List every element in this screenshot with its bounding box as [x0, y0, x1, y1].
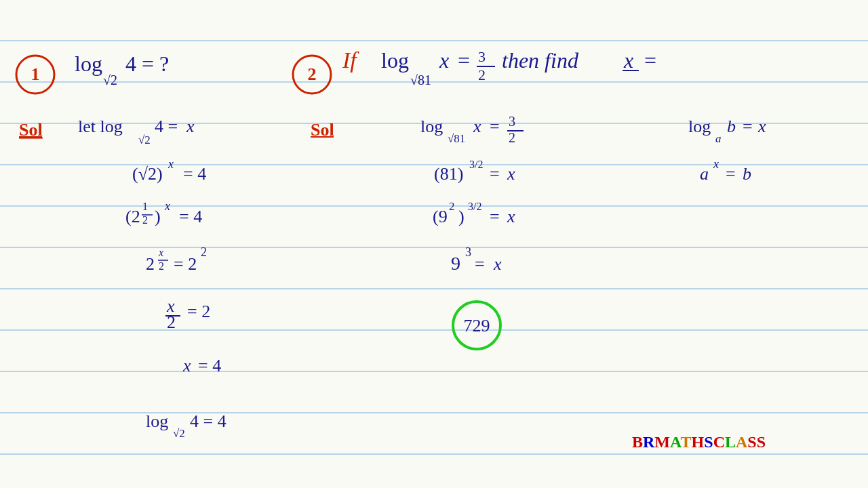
svg-text:2: 2	[159, 260, 164, 272]
svg-text:2: 2	[167, 312, 176, 332]
svg-text:3: 3	[509, 114, 515, 129]
svg-text:x: x	[164, 199, 170, 213]
svg-text:=: =	[726, 164, 736, 184]
svg-text:4 = ?: 4 = ?	[125, 52, 169, 76]
svg-text:): )	[155, 207, 161, 226]
svg-text:x: x	[757, 117, 766, 136]
svg-text:(81): (81)	[434, 164, 463, 184]
svg-text:2: 2	[142, 214, 148, 226]
svg-text:1: 1	[31, 64, 40, 84]
svg-text:): )	[458, 207, 465, 226]
svg-text:(9: (9	[433, 207, 448, 226]
svg-text:BRMATHSCLASS: BRMATHSCLASS	[632, 433, 766, 451]
svg-text:log: log	[75, 52, 102, 76]
svg-text:=: =	[644, 48, 656, 73]
svg-text:x: x	[167, 157, 174, 171]
svg-text:√2: √2	[173, 427, 185, 440]
svg-text:9: 9	[451, 253, 460, 274]
svg-text:log: log	[688, 117, 711, 136]
svg-text:2: 2	[308, 64, 317, 84]
math-svg: 1 log √2 4 = ? 2 If log √81 x = 3 2 then…	[0, 0, 868, 488]
svg-text:x: x	[439, 48, 449, 73]
svg-text:√2: √2	[103, 73, 117, 87]
svg-text:x: x	[623, 48, 633, 73]
svg-text:let  log: let log	[78, 117, 123, 136]
svg-text:x: x	[473, 117, 481, 136]
svg-text:=: =	[743, 117, 753, 136]
svg-text:4 =: 4 =	[155, 117, 178, 136]
svg-text:2: 2	[509, 130, 515, 145]
svg-text:3: 3	[478, 48, 486, 65]
svg-text:=: =	[490, 164, 500, 184]
svg-text:3/2: 3/2	[468, 201, 481, 212]
svg-text:a: a	[715, 132, 722, 145]
svg-text:= 4: = 4	[179, 207, 202, 226]
svg-text:log: log	[420, 117, 443, 136]
svg-text:log: log	[381, 48, 409, 73]
svg-text:= 4: = 4	[183, 164, 206, 184]
svg-text:(2: (2	[125, 207, 140, 226]
svg-text:then find: then find	[502, 48, 579, 73]
svg-text:3/2: 3/2	[469, 159, 483, 170]
svg-text:=: =	[458, 48, 470, 73]
svg-text:x: x	[507, 164, 515, 184]
svg-text:=: =	[490, 117, 500, 136]
svg-text:2: 2	[201, 245, 207, 259]
svg-text:x: x	[713, 157, 719, 171]
svg-text:a: a	[700, 164, 709, 184]
svg-text:√81: √81	[448, 132, 465, 145]
svg-text:√81: √81	[410, 73, 431, 87]
svg-text:x: x	[186, 117, 195, 136]
svg-text:x: x	[507, 207, 515, 226]
svg-text:√2: √2	[138, 134, 151, 146]
svg-text:x: x	[158, 247, 163, 258]
svg-text:= 2: = 2	[187, 302, 210, 321]
svg-text:= 2: = 2	[174, 254, 197, 274]
svg-text:x: x	[182, 356, 191, 375]
svg-text:b: b	[727, 117, 736, 136]
math-content: 1 log √2 4 = ? 2 If log √81 x = 3 2 then…	[0, 0, 868, 488]
svg-text:x: x	[493, 254, 502, 274]
svg-text:b: b	[743, 164, 751, 184]
svg-text:= 4: = 4	[198, 356, 221, 375]
svg-text:If: If	[342, 47, 359, 73]
svg-text:=: =	[490, 207, 500, 226]
svg-text:3: 3	[465, 245, 471, 259]
svg-text:(√2): (√2)	[132, 164, 163, 184]
svg-text:log: log	[146, 411, 168, 431]
svg-text:2: 2	[449, 200, 455, 213]
svg-text:=: =	[475, 254, 485, 274]
svg-text:1: 1	[142, 201, 148, 212]
svg-text:2: 2	[146, 254, 155, 274]
svg-text:4 = 4: 4 = 4	[190, 411, 226, 431]
svg-text:729: 729	[464, 316, 490, 336]
svg-text:2: 2	[478, 66, 486, 83]
